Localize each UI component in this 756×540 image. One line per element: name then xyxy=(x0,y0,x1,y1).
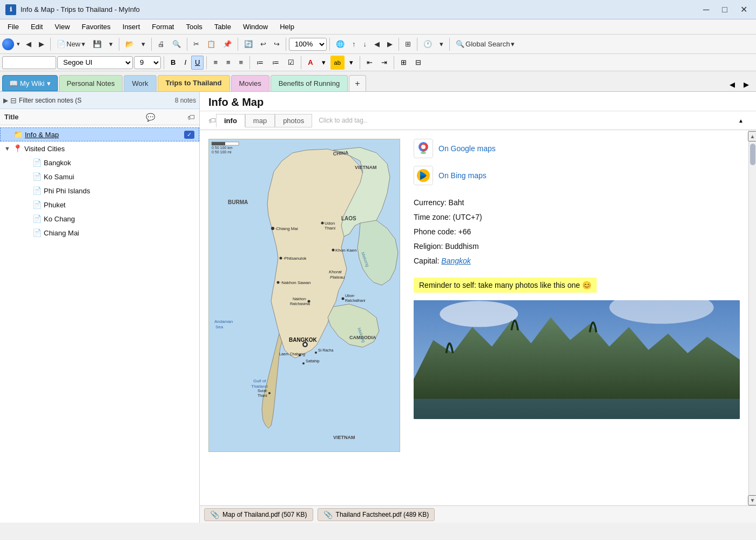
note-tab-info[interactable]: info xyxy=(216,114,245,127)
highlight-arrow[interactable]: ▾ xyxy=(346,56,357,70)
checkbox-button[interactable]: ☑ xyxy=(284,56,298,70)
align-center-button[interactable]: ≡ xyxy=(222,56,234,70)
tab-movies[interactable]: Movies xyxy=(231,75,269,91)
svg-text:·Chiang Mai: ·Chiang Mai xyxy=(275,226,298,231)
history-button[interactable]: 🕐 xyxy=(420,37,435,52)
scroll-up-button[interactable]: ▲ xyxy=(734,113,747,127)
print-button[interactable]: 🖨 xyxy=(154,37,168,52)
zoom-dropdown[interactable]: 100%75%125% xyxy=(289,38,327,51)
list-ul-button[interactable]: ≔ xyxy=(268,56,283,70)
italic-button[interactable]: I xyxy=(180,56,190,70)
underline-button[interactable]: U xyxy=(191,56,204,70)
svg-rect-2 xyxy=(212,142,225,145)
wiki-button[interactable]: 📖 My Wiki ▾ xyxy=(2,75,58,91)
google-maps-link[interactable]: On Google maps xyxy=(414,139,740,158)
paste-button[interactable]: 📌 xyxy=(220,37,235,52)
tree-item-label: Ko Chang xyxy=(44,215,195,223)
menu-help[interactable]: Help xyxy=(274,22,300,32)
list-ol-button[interactable]: ≔ xyxy=(253,56,267,70)
scroll-down-arrow[interactable]: ▼ xyxy=(748,495,756,505)
menu-edit[interactable]: Edit xyxy=(25,22,48,32)
save-button[interactable]: 💾 xyxy=(90,37,105,52)
tree-item-info-map[interactable]: 📁 Info & Map ✓ xyxy=(0,127,199,141)
align-right-button[interactable]: ≡ xyxy=(235,56,247,70)
cut-button[interactable]: ✂ xyxy=(190,37,202,52)
up-button[interactable]: ↑ xyxy=(349,37,359,52)
tabs-nav-left[interactable]: ◀ xyxy=(726,77,739,91)
font-size-dropdown[interactable]: 9101112 xyxy=(134,56,161,69)
new-main-button[interactable] xyxy=(2,38,14,50)
nav-back-button[interactable]: ◀ xyxy=(371,37,383,52)
tree-tag-icon[interactable]: 🏷 xyxy=(187,113,195,122)
undo-button[interactable]: ↩ xyxy=(257,37,269,52)
tree-item-visited-cities[interactable]: ▼ 📍 Visited Cities xyxy=(0,141,199,156)
menu-table[interactable]: Table xyxy=(209,22,237,32)
open-button[interactable]: 📂 xyxy=(122,37,137,52)
filter-expand-arrow[interactable]: ▶ xyxy=(3,97,8,104)
close-button[interactable]: ✕ xyxy=(737,3,751,16)
table-button[interactable]: ⊞ xyxy=(402,37,414,52)
font-family-dropdown[interactable]: Segoe UI xyxy=(57,56,133,69)
new-dropdown-arrow[interactable]: ▾ xyxy=(15,37,22,52)
menu-file[interactable]: File xyxy=(2,22,24,32)
web-button[interactable]: 🌐 xyxy=(333,37,348,52)
font-color-arrow[interactable]: ▾ xyxy=(318,56,329,70)
table-insert-button[interactable]: ⊞ xyxy=(397,56,410,70)
menu-insert[interactable]: Insert xyxy=(117,22,146,32)
tree-item-ko-chang[interactable]: 📄 Ko Chang xyxy=(0,212,199,226)
capital-link[interactable]: Bangkok xyxy=(441,256,470,265)
tag-placeholder[interactable]: Click to add tag.. xyxy=(319,117,367,124)
down-button[interactable]: ↓ xyxy=(360,37,370,52)
bing-maps-link[interactable]: On Bing maps xyxy=(414,166,740,185)
save-arrow[interactable]: ▾ xyxy=(106,37,116,52)
highlight-button[interactable]: ab xyxy=(330,56,345,70)
new-note-arrow: ▾ xyxy=(82,40,85,48)
open-arrow[interactable]: ▾ xyxy=(138,37,148,52)
svg-text:Andaman: Andaman xyxy=(214,319,233,324)
note-tab-photos[interactable]: photos xyxy=(275,114,312,127)
copy-button[interactable]: 📋 xyxy=(204,37,219,52)
minimize-button[interactable]: ─ xyxy=(700,3,712,16)
refresh-button[interactable]: 🔄 xyxy=(241,37,256,52)
tree-comment-icon[interactable]: 💬 xyxy=(146,113,155,122)
nav-fwd-button[interactable]: ▶ xyxy=(384,37,396,52)
attachment-factsheet-pdf[interactable]: 📎 Thailand Factsheet.pdf (489 KB) xyxy=(318,508,435,521)
scroll-up-arrow[interactable]: ▲ xyxy=(748,131,756,141)
tree-item-phuket[interactable]: 📄 Phuket xyxy=(0,198,199,212)
tree-item-bangkok[interactable]: 📄 Bangkok xyxy=(0,156,199,170)
menu-window[interactable]: Window xyxy=(238,22,273,32)
bold-button[interactable]: B xyxy=(167,56,179,70)
forward-button[interactable]: ▶ xyxy=(36,37,48,52)
tab-personal-notes[interactable]: Personal Notes xyxy=(59,75,123,91)
tab-work[interactable]: Work xyxy=(124,75,156,91)
preview-button[interactable]: 🔍 xyxy=(169,37,184,52)
tree-item-chiang-mai[interactable]: 📄 Chiang Mai xyxy=(0,226,199,240)
menu-view[interactable]: View xyxy=(49,22,75,32)
align-left-button[interactable]: ≡ xyxy=(210,56,221,70)
menu-format[interactable]: Format xyxy=(146,22,179,32)
tree-expand-icon[interactable]: ▼ xyxy=(4,145,11,152)
indent-more-button[interactable]: ⇥ xyxy=(377,56,391,70)
back-button[interactable]: ◀ xyxy=(23,37,35,52)
scroll-thumb[interactable] xyxy=(750,144,755,165)
tab-benefits-of-running[interactable]: Benefits of Running xyxy=(271,75,348,91)
indent-less-button[interactable]: ⇤ xyxy=(363,56,376,70)
tab-trips-to-thailand[interactable]: Trips to Thailand xyxy=(158,75,230,91)
tree-item-ko-samui[interactable]: 📄 Ko Samui xyxy=(0,170,199,184)
menu-tools[interactable]: Tools xyxy=(180,22,207,32)
redo-button[interactable]: ↪ xyxy=(271,37,283,52)
menu-favorites[interactable]: Favorites xyxy=(76,22,116,32)
global-search-button[interactable]: 🔍 Global Search ▾ xyxy=(453,37,518,52)
new-note-button[interactable]: 📄 New ▾ xyxy=(53,37,89,52)
attachment-map-pdf[interactable]: 📎 Map of Thailand.pdf (507 KB) xyxy=(204,508,313,521)
font-family-input[interactable] xyxy=(2,56,56,69)
maximize-button[interactable]: □ xyxy=(719,3,731,16)
font-color-button[interactable]: A xyxy=(304,56,316,70)
table-insert-2-button[interactable]: ⊟ xyxy=(411,56,425,70)
tabs-nav-right[interactable]: ▶ xyxy=(740,77,753,91)
tree-item-phi-phi-islands[interactable]: 📄 Phi Phi Islands xyxy=(0,184,199,198)
note-tab-map[interactable]: map xyxy=(245,114,275,127)
religion-text: Religion: Buddhism xyxy=(414,242,479,251)
history-arrow[interactable]: ▾ xyxy=(436,37,447,52)
add-tab-button[interactable]: + xyxy=(349,75,366,91)
